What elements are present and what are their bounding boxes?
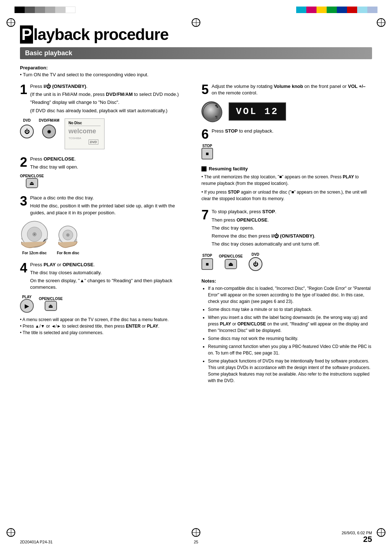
- stop-button[interactable]: ■: [201, 148, 213, 159]
- step-1-number: 1: [20, 83, 27, 96]
- step-6-content: Press STOP to end playback.: [212, 128, 273, 136]
- step-2-block: 2 Press OPEN/CLOSE. The disc tray will o…: [20, 156, 191, 188]
- step-4-number: 4: [20, 262, 27, 275]
- step7-openclose-button[interactable]: ⏏: [225, 259, 237, 269]
- screen-display: No Disc welcome DVD TOSHIBA: [65, 118, 105, 149]
- openclose-btn2-label: OPEN/CLOSE: [39, 297, 63, 301]
- title-p-letter: P: [20, 25, 33, 44]
- step-5-block: 5 Adjust the volume by rotating Volume k…: [201, 83, 372, 121]
- step-4-block: 4 Press PLAY or OPEN/CLOSE. The disc tra…: [20, 262, 191, 336]
- dvdfmam-button[interactable]: ◉: [42, 125, 56, 138]
- step7-stop-button[interactable]: ■: [201, 258, 213, 270]
- step-3-content: Place a disc onto the disc tray. Hold th…: [30, 195, 191, 218]
- step-2-content: Press OPEN/CLOSE. The disc tray will ope…: [30, 156, 78, 172]
- notes-label: Notes:: [201, 278, 372, 284]
- resuming-square-icon: [201, 166, 207, 171]
- step-7-illustration: STOP ■ OPEN/CLOSE ⏏ DVD ⏻: [201, 252, 372, 271]
- main-content: Playback procedure Basic playback Prepar…: [0, 0, 392, 414]
- volume-knob[interactable]: + −: [201, 101, 221, 121]
- svg-point-10: [203, 103, 222, 122]
- right-column: 5 Adjust the volume by rotating Volume k…: [201, 83, 372, 385]
- open-close-button-2[interactable]: ⏏: [45, 301, 57, 311]
- disc-12cm-svg: [20, 220, 49, 250]
- registration-mark-bc: [192, 528, 200, 537]
- svg-point-9: [68, 234, 69, 235]
- step-5-number: 5: [201, 83, 209, 96]
- step-5-content: Adjust the volume by rotating Volume kno…: [212, 83, 372, 98]
- openclose-label: OPEN/CLOSE: [20, 174, 44, 178]
- step-6-illustration: STOP ■: [201, 144, 372, 159]
- step-2-illustration: OPEN/CLOSE ⏏: [20, 174, 191, 188]
- preparation-text: • Turn ON the TV and select to the corre…: [20, 72, 372, 77]
- disc-illustrations: For 12cm disc For 8cm disc: [20, 220, 191, 255]
- two-column-layout: 1 Press I/⏻ (ON/STANDBY). (If the unit i…: [20, 83, 372, 385]
- step7-dvd-label: DVD: [252, 252, 259, 256]
- step-1-content: Press I/⏻ (ON/STANDBY). (If the unit is …: [30, 83, 179, 116]
- step-7-block: 7 To stop playback, press STOP. Then pre…: [201, 208, 372, 271]
- open-close-button[interactable]: ⏏: [26, 178, 38, 188]
- note-item: When you insert a disc with the label fa…: [208, 314, 372, 334]
- page-title: Playback procedure: [20, 25, 372, 44]
- step-3-number: 3: [20, 195, 27, 208]
- notes-list: If a non-compatible disc is loaded, "Inc…: [201, 285, 372, 384]
- resuming-section: Resuming facility • The unit memorizes t…: [201, 166, 372, 202]
- resuming-text: • The unit memorizes the stop location, …: [201, 174, 372, 202]
- registration-mark-tr: [377, 18, 385, 27]
- screen-nodisc-text: No Disc: [69, 121, 101, 126]
- step-7-number: 7: [201, 208, 209, 222]
- step-6-block: 6 Press STOP to end playback. STOP ■: [201, 128, 372, 159]
- preparation-label: Preparation:: [20, 65, 372, 70]
- note-item: Some playback functions of DVDs may be i…: [208, 358, 372, 384]
- footer-center: 25: [194, 540, 198, 544]
- step7-openclose-label: OPEN/CLOSE: [219, 254, 243, 258]
- step-1-block: 1 Press I/⏻ (ON/STANDBY). (If the unit i…: [20, 83, 191, 149]
- step-1-illustration: DVD ⏻ DVD/FM/AM ◉ No Disc welcome DVD TO…: [20, 118, 191, 149]
- registration-mark-tc: [192, 18, 200, 27]
- step-4-content: Press PLAY or OPEN/CLOSE. The disc tray …: [30, 262, 191, 292]
- step-4-illustration: PLAY ▶ OPEN/CLOSE ⏏: [20, 295, 191, 313]
- color-bars: [0, 7, 392, 13]
- footer-left: 2D20401A P24-31: [20, 540, 53, 544]
- screen-dvd-logo: DVD: [89, 139, 98, 145]
- step-7-content: To stop playback, press STOP. Then press…: [212, 208, 320, 249]
- svg-point-4: [34, 234, 35, 235]
- page-number: 25: [363, 535, 372, 544]
- disc-12cm-label: For 12cm disc: [22, 251, 46, 255]
- dvd-label: DVD: [23, 118, 30, 122]
- dvd-power-button[interactable]: ⏻: [20, 125, 34, 138]
- registration-mark-tl: [7, 18, 15, 27]
- step-2-number: 2: [20, 156, 27, 169]
- step7-stop-label: STOP: [202, 254, 212, 258]
- registration-mark-bl: [7, 528, 15, 537]
- left-column: 1 Press I/⏻ (ON/STANDBY). (If the unit i…: [20, 83, 191, 385]
- note-item: Some discs may take a minute or so to st…: [208, 306, 372, 313]
- step-4-bullets: • A menu screen will appear on the TV sc…: [20, 316, 191, 336]
- title-rest: layback procedure: [33, 25, 168, 43]
- svg-text:+: +: [216, 105, 219, 109]
- resuming-title: Resuming facility: [201, 166, 372, 171]
- notes-section: Notes: If a non-compatible disc is loade…: [201, 278, 372, 384]
- note-item: Some discs may not work the resuming fac…: [208, 335, 372, 342]
- stop-label: STOP: [202, 144, 212, 148]
- step-6-number: 6: [201, 128, 209, 141]
- dvdfmam-label: DVD/FM/AM: [39, 118, 60, 122]
- section-header: Basic playback: [20, 47, 372, 59]
- step-3-block: 3 Place a disc onto the disc tray. Hold …: [20, 195, 191, 255]
- disc-8cm-svg: [56, 220, 80, 250]
- note-item: Resuming cannot function when you play a…: [208, 343, 372, 356]
- play-button[interactable]: ▶: [20, 299, 34, 313]
- screen-welcome-text: welcome: [69, 127, 101, 135]
- vol-display: VOL 12: [229, 102, 286, 121]
- svg-text:−: −: [216, 116, 218, 120]
- disc-8cm: For 8cm disc: [56, 220, 80, 255]
- disc-8cm-label: For 8cm disc: [57, 251, 79, 255]
- play-btn-label: PLAY: [22, 295, 32, 299]
- step7-dvd-button[interactable]: ⏻: [249, 257, 262, 271]
- step-5-illustration: + − VOL 12: [201, 101, 372, 121]
- registration-mark-br: [377, 528, 385, 537]
- disc-12cm: For 12cm disc: [20, 220, 49, 255]
- note-item: If a non-compatible disc is loaded, "Inc…: [208, 285, 372, 305]
